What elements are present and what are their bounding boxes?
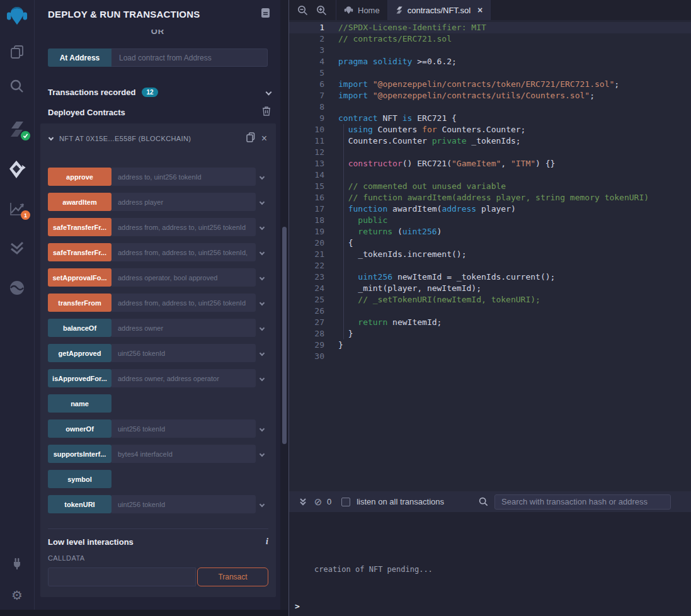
- code-line[interactable]: 22: [289, 260, 691, 271]
- expand-function-chevron-icon[interactable]: [256, 193, 268, 211]
- expand-function-chevron-icon[interactable]: [256, 369, 268, 387]
- transact-button[interactable]: Transact: [197, 568, 268, 586]
- code-line[interactable]: 7import "@openzeppelin/contracts/utils/C…: [289, 90, 691, 101]
- expand-function-chevron-icon[interactable]: [256, 168, 268, 186]
- code-line[interactable]: 6import "@openzeppelin/contracts/token/E…: [289, 79, 691, 90]
- function-args-input[interactable]: [111, 419, 256, 438]
- function-button-isapprovedfor[interactable]: isApprovedFor...: [48, 369, 111, 387]
- info-icon[interactable]: i: [266, 537, 268, 547]
- expand-function-chevron-icon[interactable]: [256, 218, 268, 236]
- function-args-input[interactable]: [111, 218, 256, 236]
- at-address-input[interactable]: [111, 48, 268, 67]
- function-button-safetransferfr[interactable]: safeTransferFr...: [48, 243, 111, 261]
- deploy-run-icon[interactable]: [6, 160, 28, 179]
- code-line[interactable]: 5: [289, 67, 691, 79]
- solidity-compiler-icon[interactable]: [6, 120, 28, 139]
- code-line[interactable]: 9contract NFT is ERC721 {: [289, 113, 691, 124]
- calldata-input[interactable]: [48, 568, 196, 586]
- function-args-input[interactable]: [111, 445, 256, 463]
- code-line[interactable]: 13 constructor() ERC721("GameItem", "ITM…: [289, 158, 691, 169]
- code-line[interactable]: 25 // _setTokenURI(newItemId, tokenURI);: [289, 294, 691, 305]
- function-button-supportsinterf[interactable]: supportsInterf...: [48, 445, 111, 463]
- code-line[interactable]: 11 Counters.Counter private _tokenIds;: [289, 135, 691, 147]
- expand-function-chevron-icon[interactable]: [256, 268, 268, 287]
- function-args-input[interactable]: [111, 344, 256, 362]
- trash-icon[interactable]: [262, 106, 271, 118]
- settings-icon[interactable]: ⚙: [6, 586, 28, 605]
- code-line[interactable]: 21 _tokenIds.increment();: [289, 249, 691, 260]
- zoom-in-icon[interactable]: [312, 0, 331, 20]
- unit-testing-icon[interactable]: [6, 238, 28, 257]
- code-line[interactable]: 4pragma solidity >=0.6.2;: [289, 56, 691, 67]
- tab-home[interactable]: Home: [336, 0, 387, 20]
- expand-function-chevron-icon[interactable]: [256, 419, 268, 438]
- plugin-manager-icon[interactable]: [6, 554, 28, 573]
- instance-collapse-chevron-icon[interactable]: [49, 135, 54, 140]
- function-args-input[interactable]: [111, 168, 256, 186]
- code-line[interactable]: 14: [289, 169, 691, 181]
- listen-transactions-checkbox[interactable]: [341, 498, 350, 506]
- function-args-input[interactable]: [111, 268, 256, 287]
- code-line[interactable]: 17 function awardItem(address player): [289, 203, 691, 215]
- code-line[interactable]: 23 uint256 newItemId = _tokenIds.current…: [289, 271, 691, 283]
- code-line[interactable]: 26: [289, 305, 691, 317]
- function-args-input[interactable]: [111, 369, 256, 387]
- code-line[interactable]: 1//SPDX-License-Identifier: MIT: [289, 22, 691, 33]
- function-button-safetransferfr[interactable]: safeTransferFr...: [48, 218, 111, 236]
- function-button-awarditem[interactable]: awardItem: [48, 193, 111, 211]
- expand-function-chevron-icon[interactable]: [256, 243, 268, 261]
- function-button-getapproved[interactable]: getApproved: [48, 344, 111, 362]
- expand-function-chevron-icon[interactable]: [256, 344, 268, 362]
- expand-function-chevron-icon[interactable]: [256, 319, 268, 337]
- code-line[interactable]: 20 {: [289, 237, 691, 249]
- function-args-input[interactable]: [111, 495, 256, 513]
- file-explorer-icon[interactable]: [6, 43, 28, 62]
- code-line[interactable]: 8: [289, 101, 691, 113]
- code-line[interactable]: 2// contracts/ERC721.sol: [289, 33, 691, 45]
- journal-icon[interactable]: [261, 8, 270, 21]
- code-editor[interactable]: 1//SPDX-License-Identifier: MIT2// contr…: [289, 20, 691, 491]
- zoom-out-icon[interactable]: [293, 0, 312, 20]
- code-line[interactable]: 19 returns (uint256): [289, 226, 691, 237]
- function-args-input[interactable]: [111, 193, 256, 211]
- expand-function-chevron-icon[interactable]: [256, 495, 268, 513]
- function-button-name[interactable]: name: [48, 394, 111, 413]
- tab-contracts-nft-sol[interactable]: contracts/NFT.sol ×: [387, 0, 491, 20]
- expand-function-chevron-icon[interactable]: [256, 294, 268, 312]
- function-button-approve[interactable]: approve: [48, 168, 111, 186]
- terminal-output[interactable]: creation of NFT pending... >: [289, 512, 691, 616]
- tab-close-icon[interactable]: ×: [477, 5, 483, 15]
- clear-console-icon[interactable]: ⊘: [311, 494, 326, 510]
- code-line[interactable]: 15 // commented out unused variable: [289, 181, 691, 192]
- terminal-search-input[interactable]: [494, 494, 671, 510]
- function-args-input[interactable]: [111, 319, 256, 337]
- code-line[interactable]: 18 public: [289, 215, 691, 226]
- function-button-transferfrom[interactable]: transferFrom: [48, 294, 111, 312]
- analytics-icon[interactable]: 1: [6, 199, 28, 218]
- copy-address-icon[interactable]: [246, 132, 255, 145]
- code-line[interactable]: 24 _mint(player, newItemId);: [289, 283, 691, 294]
- code-line[interactable]: 3: [289, 45, 691, 56]
- function-button-setapprovalfo[interactable]: setApprovalFo...: [48, 268, 111, 287]
- expand-function-chevron-icon[interactable]: [256, 445, 268, 463]
- code-line[interactable]: 28 }: [289, 328, 691, 339]
- remix-logo[interactable]: [6, 4, 28, 29]
- code-line[interactable]: 30: [289, 351, 691, 362]
- function-button-tokenuri[interactable]: tokenURI: [48, 495, 111, 513]
- function-args-input[interactable]: [111, 243, 256, 261]
- remove-instance-icon[interactable]: ×: [261, 134, 267, 144]
- sidepanel-scrollbar-thumb[interactable]: [282, 227, 287, 444]
- function-button-ownerof[interactable]: ownerOf: [48, 419, 111, 438]
- code-line[interactable]: 27 return newItemId;: [289, 317, 691, 328]
- code-line[interactable]: 10 using Counters for Counters.Counter;: [289, 124, 691, 135]
- terminal-collapse-icon[interactable]: [295, 494, 311, 510]
- function-button-symbol[interactable]: symbol: [48, 470, 111, 488]
- function-button-balanceof[interactable]: balanceOf: [48, 319, 111, 337]
- transactions-chevron-down-icon[interactable]: [266, 89, 272, 95]
- plugin-circle-icon[interactable]: [6, 278, 28, 297]
- code-line[interactable]: 29}: [289, 339, 691, 351]
- sidepanel-scrollbar-track[interactable]: [280, 0, 288, 616]
- function-args-input[interactable]: [111, 294, 256, 312]
- search-icon[interactable]: [6, 77, 28, 96]
- code-line[interactable]: 12: [289, 147, 691, 158]
